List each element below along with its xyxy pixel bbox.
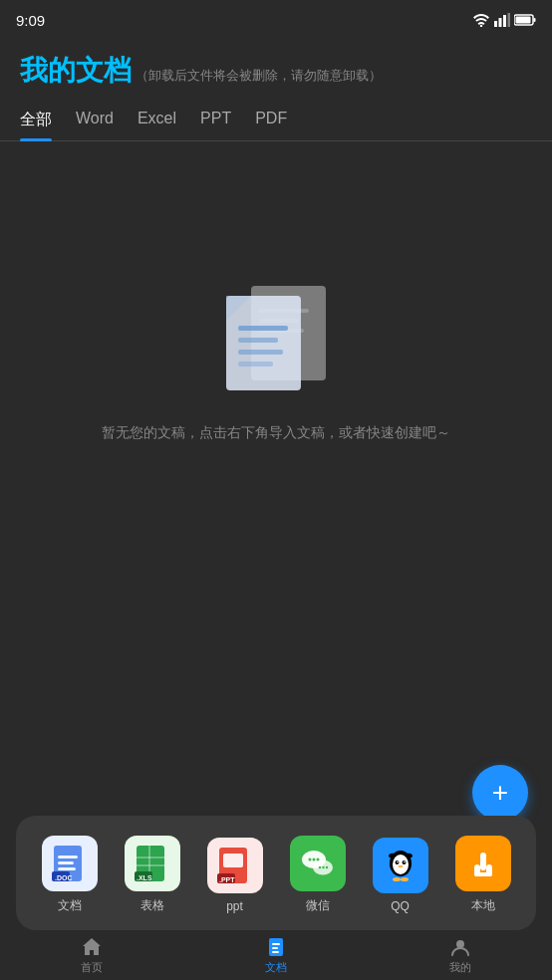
status-icons — [472, 13, 536, 27]
qq-icon-svg — [382, 846, 419, 885]
svg-rect-3 — [503, 15, 506, 27]
svg-point-35 — [308, 858, 311, 861]
svg-rect-12 — [226, 296, 301, 390]
status-time: 9:09 — [16, 12, 45, 29]
card-label-ppt: ppt — [226, 899, 243, 913]
card-label-local: 本地 — [471, 897, 495, 914]
tab-word[interactable]: Word — [76, 110, 114, 140]
svg-rect-53 — [480, 853, 486, 870]
excel-icon-svg: .XLS — [135, 844, 170, 883]
doc-icon-wrap: .DOC — [42, 836, 98, 891]
svg-rect-17 — [238, 362, 273, 367]
home-icon — [81, 936, 103, 958]
local-icon-svg — [464, 845, 502, 882]
svg-point-46 — [397, 860, 399, 862]
card-label-wechat: 微信 — [306, 897, 330, 914]
header: 我的文档 （卸载后文件将会被删除，请勿随意卸载） — [0, 36, 552, 98]
svg-point-43 — [393, 855, 409, 874]
card-label-excel: 表格 — [140, 897, 164, 914]
svg-point-48 — [398, 864, 403, 866]
bottom-nav: 首页 文档 我的 — [0, 930, 552, 980]
svg-rect-14 — [238, 326, 288, 331]
empty-text: 暂无您的文稿，点击右下角导入文稿，或者快速创建吧～ — [102, 424, 450, 442]
nav-item-home[interactable]: 首页 — [0, 936, 184, 975]
page-title: 我的文档 （卸载后文件将会被删除，请勿随意卸载） — [20, 52, 532, 90]
svg-rect-31 — [223, 854, 243, 867]
fab-plus-icon: + — [492, 779, 508, 807]
nav-item-mine[interactable]: 我的 — [368, 936, 552, 975]
card-grid: .DOC 文档 .XLS 表格 — [28, 836, 524, 914]
svg-rect-59 — [272, 947, 278, 949]
empty-illustration-svg — [196, 241, 356, 400]
svg-rect-4 — [508, 13, 511, 27]
svg-rect-19 — [58, 856, 78, 858]
svg-rect-15 — [238, 338, 278, 343]
svg-text:.PPT: .PPT — [219, 876, 235, 883]
card-item-ppt[interactable]: .PPT ppt — [200, 838, 270, 913]
tab-pdf[interactable]: PDF — [255, 110, 287, 140]
wifi-icon — [472, 13, 490, 27]
svg-rect-20 — [58, 861, 74, 864]
empty-illustration — [196, 241, 356, 400]
signal-icon — [494, 13, 510, 27]
card-label-qq: QQ — [391, 899, 410, 913]
card-item-excel[interactable]: .XLS 表格 — [118, 836, 187, 914]
svg-text:.XLS: .XLS — [137, 874, 152, 881]
nav-item-docs[interactable]: 文档 — [184, 936, 369, 975]
svg-point-41 — [325, 866, 327, 868]
svg-rect-60 — [272, 951, 279, 953]
card-item-wechat[interactable]: 微信 — [283, 836, 353, 914]
tab-excel[interactable]: Excel — [138, 110, 176, 140]
svg-point-39 — [318, 866, 320, 868]
svg-point-36 — [312, 858, 315, 861]
card-item-qq[interactable]: QQ — [366, 838, 435, 913]
ppt-icon-svg: .PPT — [217, 846, 253, 885]
svg-point-0 — [480, 25, 482, 27]
status-bar: 9:09 — [0, 0, 552, 36]
svg-rect-6 — [534, 18, 536, 22]
header-subtitle: （卸载后文件将会被删除，请勿随意卸载） — [136, 68, 382, 83]
svg-rect-21 — [58, 867, 76, 870]
nav-label-docs: 文档 — [265, 960, 287, 975]
svg-rect-2 — [499, 18, 502, 27]
battery-icon — [514, 14, 536, 26]
svg-point-61 — [456, 940, 464, 948]
svg-point-47 — [404, 860, 406, 862]
docs-icon — [265, 936, 287, 958]
nav-label-home: 首页 — [81, 960, 103, 975]
wechat-icon-wrap — [290, 836, 346, 891]
svg-point-40 — [322, 866, 324, 868]
local-icon-wrap — [455, 836, 511, 891]
bottom-card: .DOC 文档 .XLS 表格 — [16, 816, 536, 930]
svg-rect-16 — [238, 350, 283, 355]
wechat-icon-svg — [299, 845, 337, 882]
nav-label-mine: 我的 — [449, 960, 471, 975]
svg-point-51 — [393, 877, 401, 881]
ppt-icon-wrap: .PPT — [207, 838, 263, 893]
mine-icon — [449, 936, 471, 958]
tab-all[interactable]: 全部 — [20, 110, 52, 140]
card-item-local[interactable]: 本地 — [448, 836, 518, 914]
tabs-bar: 全部 Word Excel PPT PDF — [0, 98, 552, 141]
svg-point-37 — [316, 858, 319, 861]
card-item-doc[interactable]: .DOC 文档 — [35, 836, 105, 914]
svg-point-52 — [401, 877, 409, 881]
svg-text:.DOC: .DOC — [55, 874, 73, 881]
excel-icon-wrap: .XLS — [125, 836, 180, 891]
svg-rect-1 — [494, 21, 497, 27]
doc-icon-svg: .DOC — [52, 844, 88, 883]
svg-rect-56 — [474, 872, 492, 876]
tab-ppt[interactable]: PPT — [200, 110, 231, 140]
empty-state: 暂无您的文稿，点击右下角导入文稿，或者快速创建吧～ — [0, 201, 552, 482]
card-label-doc: 文档 — [58, 897, 82, 914]
fab-button[interactable]: + — [472, 765, 528, 821]
qq-icon-wrap — [373, 838, 428, 893]
svg-rect-58 — [272, 943, 280, 945]
svg-rect-7 — [516, 17, 531, 24]
